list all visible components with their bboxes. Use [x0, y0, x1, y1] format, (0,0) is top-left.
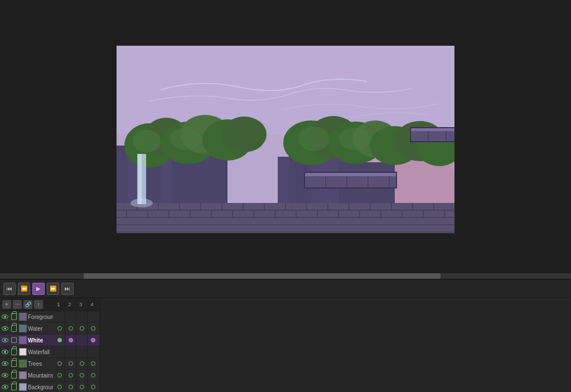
frame-label-4: 4 [86, 302, 98, 307]
frame-cell[interactable] [65, 323, 76, 335]
layer-row-water[interactable]: Water [0, 323, 100, 335]
go-to-next-button[interactable]: ⏩ [47, 283, 59, 295]
layer-name-foreground: Foreground [28, 314, 53, 320]
frame-cell[interactable] [88, 311, 99, 323]
play-pause-button[interactable]: ▶ [32, 283, 45, 295]
frame-cell[interactable] [65, 311, 76, 323]
svg-rect-72 [304, 172, 396, 176]
svg-point-64 [133, 130, 161, 152]
svg-point-67 [339, 128, 370, 150]
frame-cell[interactable] [54, 370, 65, 381]
layer-lock-mountains[interactable] [10, 371, 18, 379]
layer-name-mountains: Mountains [28, 372, 53, 379]
canvas-area [0, 0, 571, 279]
layer-lock-waterfall[interactable] [10, 348, 18, 356]
layer-name-waterfall: Waterfall [28, 349, 53, 355]
layers-header: + ⋯ 🔗 ↑ 1 2 3 4 [0, 298, 100, 311]
frame-cell[interactable] [76, 311, 88, 323]
layer-lock-white[interactable] [10, 336, 18, 344]
layer-name-white: White [28, 337, 53, 343]
layer-name-water: Water [28, 326, 53, 332]
layer-name-trees: Trees [28, 361, 53, 367]
layer-lock-background1[interactable] [10, 383, 18, 391]
frame-cell[interactable] [65, 346, 76, 358]
go-to-first-button[interactable]: ⏮ [3, 283, 16, 295]
frame-cell[interactable] [76, 370, 88, 381]
svg-point-56 [222, 117, 267, 152]
canvas-scrollbar-thumb[interactable] [84, 273, 441, 279]
frame-cell[interactable] [88, 346, 99, 358]
layers-timeline: + ⋯ 🔗 ↑ 1 2 3 4 [0, 298, 571, 392]
game-canvas [116, 45, 455, 234]
frame-cell[interactable] [54, 323, 65, 335]
svg-point-70 [130, 199, 153, 207]
frame-label-1: 1 [53, 302, 64, 307]
layer-eye-mountains[interactable] [1, 371, 9, 379]
link-layers-button[interactable]: 🔗 [23, 300, 32, 309]
svg-point-65 [170, 128, 201, 150]
frame-cell-white-3[interactable] [76, 335, 88, 346]
layer-thumb-background1 [19, 383, 27, 391]
timeline-area: ⏮ ⏪ ▶ ⏩ ⏭ + ⋯ 🔗 ↑ 1 2 3 4 [0, 279, 571, 392]
timeline-toolbar: ⏮ ⏪ ▶ ⏩ ⏭ [0, 280, 571, 298]
layer-eye-water[interactable] [1, 325, 9, 332]
layer-thumb-white [19, 336, 27, 344]
canvas-scrollbar[interactable] [0, 273, 571, 279]
layer-thumb-water [19, 325, 27, 332]
svg-rect-69 [138, 154, 142, 204]
frame-cell[interactable] [65, 370, 76, 381]
layer-thumb-mountains [19, 371, 27, 379]
layer-thumb-trees [19, 360, 27, 367]
frame-cell[interactable] [54, 358, 65, 370]
svg-point-66 [298, 127, 330, 151]
layer-row-mountains[interactable]: Mountains [0, 370, 100, 381]
frame-cell[interactable] [76, 346, 88, 358]
layer-eye-trees[interactable] [1, 360, 9, 367]
layers-panel: + ⋯ 🔗 ↑ 1 2 3 4 [0, 298, 100, 392]
frame-cell[interactable] [65, 358, 76, 370]
go-to-last-button[interactable]: ⏭ [61, 283, 74, 295]
export-layers-button[interactable]: ↑ [34, 300, 43, 309]
go-to-prev-button[interactable]: ⏪ [18, 283, 30, 295]
frame-cell[interactable] [54, 311, 65, 323]
layer-lock-trees[interactable] [10, 360, 18, 367]
frames-panel [100, 298, 571, 392]
layer-eye-foreground[interactable] [1, 313, 9, 321]
layer-thumb-foreground [19, 313, 27, 321]
layer-lock-water[interactable] [10, 325, 18, 332]
frame-cell[interactable] [76, 323, 88, 335]
layer-row-trees[interactable]: Trees [0, 358, 100, 370]
layer-row-background1[interactable]: Background 1 [0, 381, 100, 392]
frame-cell[interactable] [65, 381, 76, 393]
frame-label-2: 2 [64, 302, 75, 307]
game-scene-svg [116, 45, 455, 234]
frame-cell[interactable] [88, 323, 99, 335]
layer-row-white[interactable]: White [0, 335, 100, 346]
frame-cell[interactable] [76, 381, 88, 393]
layer-eye-white[interactable] [1, 336, 9, 344]
frame-cell[interactable] [88, 370, 99, 381]
new-layer-button[interactable]: + [2, 300, 11, 309]
layer-row-foreground[interactable]: Foreground [0, 311, 100, 323]
layer-row-waterfall[interactable]: Waterfall [0, 346, 100, 358]
frame-cell-white-4[interactable] [88, 335, 99, 346]
layer-thumb-waterfall [19, 348, 27, 356]
frame-cell[interactable] [76, 358, 88, 370]
frame-cell[interactable] [54, 346, 65, 358]
frame-cell-white-2[interactable] [65, 335, 76, 346]
frame-cell-white-1[interactable] [54, 335, 65, 346]
layer-options-button[interactable]: ⋯ [13, 300, 22, 309]
layer-name-background1: Background 1 [28, 384, 53, 390]
frame-label-3: 3 [75, 302, 86, 307]
layer-eye-background1[interactable] [1, 383, 9, 391]
layer-lock-foreground[interactable] [10, 313, 18, 321]
layer-eye-waterfall[interactable] [1, 348, 9, 356]
frame-cell[interactable] [88, 358, 99, 370]
frame-cell[interactable] [88, 381, 99, 393]
frame-cell[interactable] [54, 381, 65, 393]
